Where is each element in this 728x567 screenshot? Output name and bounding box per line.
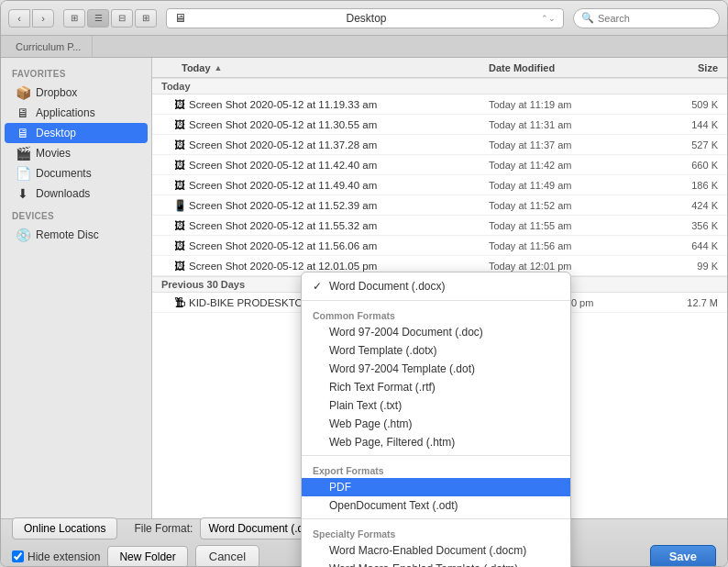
file-icon-cell: 🖼 bbox=[171, 159, 189, 172]
view-columns-button[interactable]: ⊟ bbox=[111, 9, 133, 28]
sidebar-item-downloads[interactable]: ⬇ Downloads bbox=[5, 183, 148, 204]
list-item[interactable]: Web Page, Filtered (.htm) bbox=[302, 433, 570, 451]
list-item[interactable]: Word Template (.dotx) bbox=[302, 341, 570, 360]
sidebar-dropbox-label: Dropbox bbox=[36, 86, 77, 99]
hide-extension-checkbox[interactable] bbox=[12, 550, 24, 562]
new-folder-button[interactable]: New Folder bbox=[107, 546, 187, 568]
dropbox-icon: 📦 bbox=[16, 85, 30, 100]
hide-extension-checkbox-label[interactable]: Hide extension bbox=[12, 550, 100, 563]
sidebar-remote-disc-label: Remote Disc bbox=[36, 228, 99, 241]
list-item[interactable]: Plain Text (.txt) bbox=[302, 396, 570, 415]
tab-curriculum[interactable]: Curriculum P... bbox=[5, 36, 93, 57]
col-date-header[interactable]: Date Modified bbox=[489, 62, 654, 73]
desktop-icon: 🖥 bbox=[16, 126, 30, 140]
list-item[interactable]: Word Macro-Enabled Document (.docm) bbox=[302, 541, 570, 560]
sort-arrow-icon: ▲ bbox=[215, 63, 223, 72]
table-row[interactable]: 🖼 Screen Shot 2020-05-12 at 11.55.32 am … bbox=[152, 216, 727, 236]
archive-icon: 🗜 bbox=[174, 296, 185, 309]
list-item[interactable]: Word 97-2004 Document (.doc) bbox=[302, 323, 570, 341]
menu-divider bbox=[302, 518, 570, 519]
save-button[interactable]: Save bbox=[650, 545, 716, 568]
toolbar: ‹ › ⊞ ☰ ⊟ ⊞ 🖥 Desktop ⌃⌄ 🔍 bbox=[1, 1, 727, 36]
file-name: Screen Shot 2020-05-12 at 12.01.05 pm bbox=[189, 261, 489, 272]
table-row[interactable]: 🖼 Screen Shot 2020-05-12 at 11.42.40 am … bbox=[152, 155, 727, 175]
sidebar-desktop-label: Desktop bbox=[36, 127, 76, 139]
file-size: 144 K bbox=[654, 119, 727, 130]
screenshot-icon: 🖼 bbox=[174, 239, 185, 252]
view-icon-button[interactable]: ⊞ bbox=[63, 9, 85, 28]
file-icon-cell: 🖼 bbox=[171, 118, 189, 131]
forward-button[interactable]: › bbox=[32, 9, 54, 28]
file-date: Today at 11:42 am bbox=[489, 160, 654, 171]
sidebar-item-dropbox[interactable]: 📦 Dropbox bbox=[5, 83, 148, 103]
section-today: Today bbox=[152, 78, 727, 94]
file-name: Screen Shot 2020-05-12 at 11.42.40 am bbox=[189, 160, 489, 171]
file-date: Today at 11:49 am bbox=[489, 180, 654, 191]
sidebar-item-documents[interactable]: 📄 Documents bbox=[5, 163, 148, 183]
view-list-button[interactable]: ☰ bbox=[87, 9, 109, 28]
file-size: 644 K bbox=[654, 240, 727, 251]
cancel-button[interactable]: Cancel bbox=[195, 545, 259, 568]
file-name: Screen Shot 2020-05-12 at 11.55.32 am bbox=[189, 220, 489, 231]
table-row[interactable]: 🖼 Screen Shot 2020-05-12 at 11.19.33 am … bbox=[152, 94, 727, 115]
file-icon-cell: 🖼 bbox=[171, 139, 189, 151]
nav-buttons: ‹ › bbox=[8, 9, 54, 28]
view-buttons: ⊞ ☰ ⊟ ⊞ bbox=[63, 9, 157, 28]
common-formats-label: Common Formats bbox=[302, 305, 570, 323]
file-size: 424 K bbox=[654, 200, 727, 211]
location-bar[interactable]: 🖥 Desktop ⌃⌄ bbox=[166, 8, 564, 28]
downloads-icon: ⬇ bbox=[16, 186, 30, 201]
back-button[interactable]: ‹ bbox=[8, 9, 30, 28]
file-size: 660 K bbox=[654, 160, 727, 171]
table-row[interactable]: 🖼 Screen Shot 2020-05-12 at 11.49.40 am … bbox=[152, 175, 727, 195]
menu-divider bbox=[302, 300, 570, 301]
file-format-label: File Format: bbox=[134, 522, 193, 535]
screenshot-icon: 🖼 bbox=[174, 159, 185, 172]
sidebar-applications-label: Applications bbox=[36, 106, 95, 119]
location-arrow-icon: ⌃⌄ bbox=[541, 14, 556, 23]
list-item[interactable]: Rich Text Format (.rtf) bbox=[302, 378, 570, 396]
screenshot-icon: 🖼 bbox=[174, 98, 185, 111]
export-formats-label: Export Formats bbox=[302, 460, 570, 478]
file-size: 509 K bbox=[654, 99, 727, 110]
menu-checked-label: Word Document (.docx) bbox=[329, 280, 446, 293]
sidebar-item-applications[interactable]: 🖥 Applications bbox=[5, 103, 148, 123]
list-item[interactable]: Word 97-2004 Template (.dot) bbox=[302, 360, 570, 378]
sidebar-item-remote-disc[interactable]: 💿 Remote Disc bbox=[5, 225, 148, 245]
list-item[interactable]: PDF bbox=[302, 478, 570, 496]
menu-divider bbox=[302, 455, 570, 456]
table-row[interactable]: 📱 Screen Shot 2020-05-12 at 11.52.39 am … bbox=[152, 195, 727, 216]
file-date: Today at 11:37 am bbox=[489, 139, 654, 150]
list-item[interactable]: Web Page (.htm) bbox=[302, 415, 570, 433]
file-icon-cell: 🗜 bbox=[171, 296, 189, 309]
favorites-label: Favorites bbox=[1, 61, 151, 83]
menu-checked-item[interactable]: ✓ Word Document (.docx) bbox=[302, 276, 570, 296]
file-name: Screen Shot 2020-05-12 at 11.30.55 am bbox=[189, 119, 489, 130]
checkmark-icon: ✓ bbox=[313, 280, 324, 293]
screenshot-icon: 🖼 bbox=[174, 260, 185, 272]
sidebar-item-movies[interactable]: 🎬 Movies bbox=[5, 143, 148, 163]
online-locations-button[interactable]: Online Locations bbox=[12, 517, 117, 539]
file-icon-cell: 📱 bbox=[171, 199, 189, 212]
file-name: Screen Shot 2020-05-12 at 11.56.06 am bbox=[189, 240, 489, 251]
col-size-header[interactable]: Size bbox=[654, 62, 727, 73]
sidebar-downloads-label: Downloads bbox=[36, 187, 90, 200]
search-input[interactable] bbox=[598, 13, 711, 24]
col-today-label: Today bbox=[182, 62, 211, 73]
file-date: Today at 12:01 pm bbox=[489, 261, 654, 272]
file-size: 12.7 M bbox=[654, 297, 727, 308]
table-row[interactable]: 🖼 Screen Shot 2020-05-12 at 11.56.06 am … bbox=[152, 236, 727, 256]
file-icon-cell: 🖼 bbox=[171, 98, 189, 111]
col-name-header[interactable]: Today ▲ bbox=[152, 62, 489, 73]
sidebar-documents-label: Documents bbox=[36, 167, 92, 180]
screenshot-icon: 🖼 bbox=[174, 118, 185, 131]
devices-label: Devices bbox=[1, 204, 151, 225]
list-item[interactable]: Word Macro-Enabled Template (.dotm) bbox=[302, 560, 570, 567]
tab-bar: Curriculum P... bbox=[1, 36, 727, 58]
table-row[interactable]: 🖼 Screen Shot 2020-05-12 at 11.37.28 am … bbox=[152, 135, 727, 155]
table-row[interactable]: 🖼 Screen Shot 2020-05-12 at 11.30.55 am … bbox=[152, 115, 727, 135]
sidebar-item-desktop[interactable]: 🖥 Desktop bbox=[5, 123, 148, 143]
view-cover-button[interactable]: ⊞ bbox=[135, 9, 157, 28]
list-item[interactable]: OpenDocument Text (.odt) bbox=[302, 496, 570, 515]
search-bar[interactable]: 🔍 bbox=[573, 8, 720, 28]
